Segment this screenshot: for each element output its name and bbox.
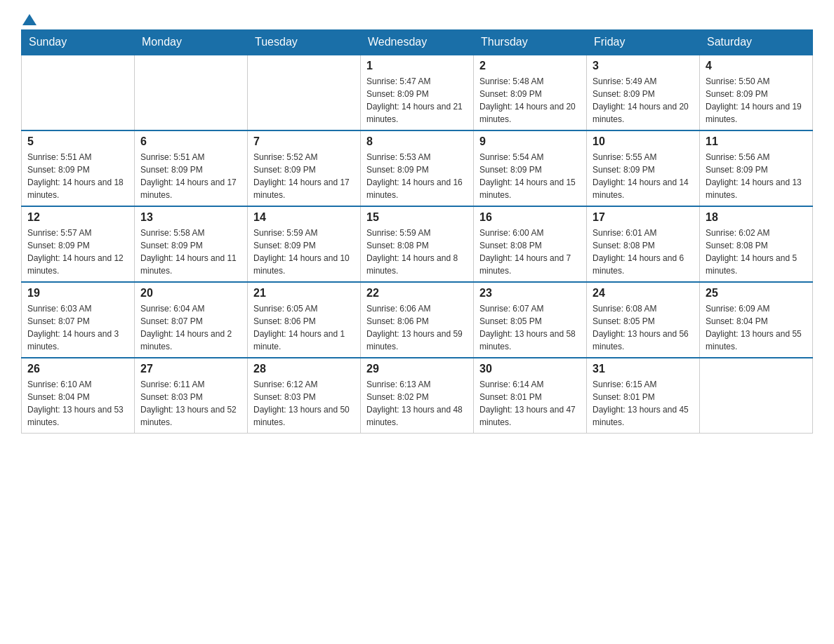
day-number: 19 <box>27 287 128 300</box>
day-info: Sunrise: 5:57 AMSunset: 8:09 PMDaylight:… <box>27 227 128 277</box>
day-info: Sunrise: 6:14 AMSunset: 8:01 PMDaylight:… <box>479 378 581 429</box>
sunset-text: Sunset: 8:09 PM <box>253 239 355 252</box>
sunrise-text: Sunrise: 5:51 AM <box>27 151 128 163</box>
sunrise-text: Sunrise: 5:48 AM <box>479 75 581 88</box>
calendar-cell: 27Sunrise: 6:11 AMSunset: 8:03 PMDayligh… <box>135 358 248 434</box>
sunrise-text: Sunrise: 6:08 AM <box>593 302 694 315</box>
week-row-4: 19Sunrise: 6:03 AMSunset: 8:07 PMDayligh… <box>22 282 813 358</box>
daylight-text: Daylight: 14 hours and 21 minutes. <box>366 100 468 126</box>
day-number: 4 <box>706 60 807 72</box>
day-info: Sunrise: 6:04 AMSunset: 8:07 PMDaylight:… <box>140 302 241 353</box>
daylight-text: Daylight: 14 hours and 11 minutes. <box>140 252 241 277</box>
day-info: Sunrise: 5:48 AMSunset: 8:09 PMDaylight:… <box>479 75 581 126</box>
sunset-text: Sunset: 8:05 PM <box>593 315 694 328</box>
calendar-cell <box>248 55 361 130</box>
sunset-text: Sunset: 8:04 PM <box>706 315 807 328</box>
sunrise-text: Sunrise: 5:57 AM <box>27 227 128 239</box>
calendar-cell: 22Sunrise: 6:06 AMSunset: 8:06 PMDayligh… <box>361 282 474 358</box>
sunrise-text: Sunrise: 6:05 AM <box>253 302 355 315</box>
daylight-text: Daylight: 13 hours and 52 minutes. <box>140 403 241 429</box>
day-number: 5 <box>27 135 128 148</box>
sunset-text: Sunset: 8:09 PM <box>706 88 807 100</box>
sunset-text: Sunset: 8:08 PM <box>593 239 694 252</box>
sunset-text: Sunset: 8:09 PM <box>366 163 468 176</box>
daylight-text: Daylight: 14 hours and 10 minutes. <box>253 252 355 277</box>
sunrise-text: Sunrise: 5:58 AM <box>140 227 241 239</box>
daylight-text: Daylight: 13 hours and 56 minutes. <box>593 328 694 353</box>
day-info: Sunrise: 6:15 AMSunset: 8:01 PMDaylight:… <box>593 378 694 429</box>
calendar-header-row: SundayMondayTuesdayWednesdayThursdayFrid… <box>22 30 813 55</box>
day-info: Sunrise: 5:58 AMSunset: 8:09 PMDaylight:… <box>140 227 241 277</box>
week-row-1: 1Sunrise: 5:47 AMSunset: 8:09 PMDaylight… <box>22 55 813 130</box>
daylight-text: Daylight: 14 hours and 1 minute. <box>253 328 355 353</box>
sunrise-text: Sunrise: 6:09 AM <box>706 302 807 315</box>
daylight-text: Daylight: 13 hours and 58 minutes. <box>479 328 581 353</box>
sunrise-text: Sunrise: 6:02 AM <box>706 227 807 239</box>
day-info: Sunrise: 6:01 AMSunset: 8:08 PMDaylight:… <box>593 227 694 277</box>
sunset-text: Sunset: 8:09 PM <box>27 163 128 176</box>
day-info: Sunrise: 6:11 AMSunset: 8:03 PMDaylight:… <box>140 378 241 429</box>
sunset-text: Sunset: 8:02 PM <box>366 391 468 403</box>
daylight-text: Daylight: 13 hours and 55 minutes. <box>706 328 807 353</box>
sunset-text: Sunset: 8:09 PM <box>140 239 241 252</box>
day-number: 25 <box>706 287 807 300</box>
day-number: 16 <box>479 211 581 224</box>
sunrise-text: Sunrise: 5:54 AM <box>479 151 581 163</box>
sunset-text: Sunset: 8:09 PM <box>593 163 694 176</box>
calendar-cell: 2Sunrise: 5:48 AMSunset: 8:09 PMDaylight… <box>474 55 587 130</box>
calendar-cell: 9Sunrise: 5:54 AMSunset: 8:09 PMDaylight… <box>474 130 587 206</box>
day-info: Sunrise: 5:51 AMSunset: 8:09 PMDaylight:… <box>27 151 128 201</box>
day-number: 13 <box>140 211 241 224</box>
page-header <box>21 14 813 22</box>
sunset-text: Sunset: 8:01 PM <box>593 391 694 403</box>
day-number: 15 <box>366 211 468 224</box>
day-info: Sunrise: 6:02 AMSunset: 8:08 PMDaylight:… <box>706 227 807 277</box>
calendar-cell: 24Sunrise: 6:08 AMSunset: 8:05 PMDayligh… <box>587 282 700 358</box>
day-number: 31 <box>593 363 694 375</box>
sunrise-text: Sunrise: 6:12 AM <box>253 378 355 391</box>
calendar-cell: 4Sunrise: 5:50 AMSunset: 8:09 PMDaylight… <box>700 55 813 130</box>
daylight-text: Daylight: 14 hours and 13 minutes. <box>706 176 807 201</box>
sunrise-text: Sunrise: 5:59 AM <box>366 227 468 239</box>
sunset-text: Sunset: 8:04 PM <box>27 391 128 403</box>
day-number: 27 <box>140 363 241 375</box>
sunrise-text: Sunrise: 5:59 AM <box>253 227 355 239</box>
calendar-cell <box>700 358 813 434</box>
sunrise-text: Sunrise: 5:47 AM <box>366 75 468 88</box>
day-info: Sunrise: 5:52 AMSunset: 8:09 PMDaylight:… <box>253 151 355 201</box>
sunset-text: Sunset: 8:01 PM <box>479 391 581 403</box>
day-info: Sunrise: 5:54 AMSunset: 8:09 PMDaylight:… <box>479 151 581 201</box>
sunrise-text: Sunrise: 6:04 AM <box>140 302 241 315</box>
daylight-text: Daylight: 13 hours and 47 minutes. <box>479 403 581 429</box>
sunrise-text: Sunrise: 6:03 AM <box>27 302 128 315</box>
calendar-cell: 13Sunrise: 5:58 AMSunset: 8:09 PMDayligh… <box>135 206 248 282</box>
calendar-header-tuesday: Tuesday <box>248 30 361 55</box>
calendar-cell: 8Sunrise: 5:53 AMSunset: 8:09 PMDaylight… <box>361 130 474 206</box>
calendar-cell: 7Sunrise: 5:52 AMSunset: 8:09 PMDaylight… <box>248 130 361 206</box>
sunrise-text: Sunrise: 6:06 AM <box>366 302 468 315</box>
day-number: 6 <box>140 135 241 148</box>
day-info: Sunrise: 6:10 AMSunset: 8:04 PMDaylight:… <box>27 378 128 429</box>
daylight-text: Daylight: 14 hours and 20 minutes. <box>593 100 694 126</box>
calendar-cell: 15Sunrise: 5:59 AMSunset: 8:08 PMDayligh… <box>361 206 474 282</box>
sunset-text: Sunset: 8:06 PM <box>366 315 468 328</box>
day-info: Sunrise: 6:12 AMSunset: 8:03 PMDaylight:… <box>253 378 355 429</box>
daylight-text: Daylight: 13 hours and 59 minutes. <box>366 328 468 353</box>
day-number: 20 <box>140 287 241 300</box>
calendar-cell: 10Sunrise: 5:55 AMSunset: 8:09 PMDayligh… <box>587 130 700 206</box>
day-info: Sunrise: 6:09 AMSunset: 8:04 PMDaylight:… <box>706 302 807 353</box>
sunset-text: Sunset: 8:09 PM <box>140 163 241 176</box>
day-info: Sunrise: 5:59 AMSunset: 8:09 PMDaylight:… <box>253 227 355 277</box>
sunset-text: Sunset: 8:07 PM <box>140 315 241 328</box>
calendar-cell: 5Sunrise: 5:51 AMSunset: 8:09 PMDaylight… <box>22 130 135 206</box>
calendar-cell: 29Sunrise: 6:13 AMSunset: 8:02 PMDayligh… <box>361 358 474 434</box>
daylight-text: Daylight: 13 hours and 45 minutes. <box>593 403 694 429</box>
day-info: Sunrise: 6:00 AMSunset: 8:08 PMDaylight:… <box>479 227 581 277</box>
logo <box>21 14 37 22</box>
sunrise-text: Sunrise: 6:11 AM <box>140 378 241 391</box>
daylight-text: Daylight: 14 hours and 12 minutes. <box>27 252 128 277</box>
sunrise-text: Sunrise: 5:49 AM <box>593 75 694 88</box>
calendar-cell: 18Sunrise: 6:02 AMSunset: 8:08 PMDayligh… <box>700 206 813 282</box>
calendar-table: SundayMondayTuesdayWednesdayThursdayFrid… <box>21 29 813 434</box>
sunrise-text: Sunrise: 5:56 AM <box>706 151 807 163</box>
